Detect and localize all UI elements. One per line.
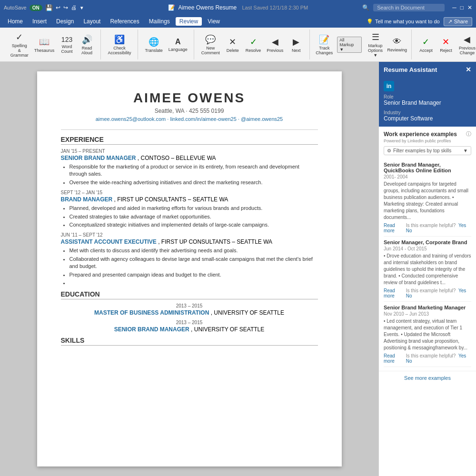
thesaurus-button[interactable]: 📖 Thesaurus bbox=[32, 35, 56, 54]
track-changes-button[interactable]: 📝 TrackChanges bbox=[315, 33, 334, 57]
autosave-toggle[interactable]: ON bbox=[30, 5, 42, 11]
main-area: AIMEE OWENS Seattle, WA · 425 555 0199 a… bbox=[0, 62, 476, 476]
previous-comment-button[interactable]: ◀ Previous bbox=[264, 35, 286, 54]
filter-label: Filter examples by top skills bbox=[393, 148, 451, 153]
tell-me[interactable]: 💡 Tell me what you want to do bbox=[367, 19, 440, 25]
title-bar: AutoSave ON 💾 ↩ ↪ 🖨 ▼ 📝 Aimee Owens Resu… bbox=[0, 0, 476, 15]
document-area[interactable]: AIMEE OWENS Seattle, WA · 425 555 0199 a… bbox=[0, 62, 378, 476]
ra-work-examples-title: Work experience examples bbox=[384, 131, 457, 138]
check-accessibility-button[interactable]: ♿ CheckAccessibility bbox=[106, 33, 134, 57]
job1-title-line: SENIOR BRAND MANAGER , CONTOSO – BELLEVU… bbox=[61, 155, 318, 161]
job3-bullet3: Prepared and presented campaign ideas an… bbox=[69, 271, 318, 278]
edu2-title: SENIOR BRAND MANAGER , UNIVERSITY OF SEA… bbox=[61, 326, 318, 333]
menu-insert[interactable]: Insert bbox=[29, 17, 50, 26]
ribbon-group-changes: ✓ Accept ✕ Reject ◀ PreviousChange ▶ Nex… bbox=[413, 30, 476, 60]
ra-example3-yes[interactable]: Yes bbox=[457, 353, 466, 358]
edu2-degree: SENIOR BRAND MANAGER bbox=[114, 326, 189, 333]
ra-example3-read-more[interactable]: Read more bbox=[384, 353, 406, 364]
translate-icon: 🌐 bbox=[149, 37, 159, 47]
resume-divider bbox=[61, 129, 318, 130]
ra-example1-read-more[interactable]: Read more bbox=[384, 223, 406, 233]
reviewing-button[interactable]: 👁 Reviewing bbox=[387, 35, 407, 54]
ribbon-group-comments: 💬 NewComment ✕ Delete ✓ Resolve ◀ Previo… bbox=[195, 30, 310, 60]
menu-review[interactable]: Review bbox=[176, 17, 202, 26]
close-icon[interactable]: ✕ bbox=[467, 4, 472, 11]
ra-example1-no[interactable]: No bbox=[406, 228, 412, 233]
ra-example3-helpful: Is this example helpful? Yes No bbox=[406, 353, 471, 364]
delete-comment-button[interactable]: ✕ Delete bbox=[223, 35, 242, 54]
menu-home[interactable]: Home bbox=[4, 17, 27, 26]
ra-role-value[interactable]: Senior Brand Manager bbox=[384, 99, 471, 106]
spelling-grammar-button[interactable]: ✓ Spelling &Grammar bbox=[8, 30, 31, 59]
ribbon-group-accessibility: ♿ CheckAccessibility bbox=[102, 30, 138, 60]
undo-icon[interactable]: ↩ bbox=[56, 4, 60, 11]
ribbon-group-tracking: 📝 TrackChanges All Markup ▼ ☰ MarkupOpti… bbox=[311, 30, 412, 60]
menu-view[interactable]: View bbox=[204, 17, 224, 26]
ra-example-1: Senior Brand Manager, QuickBooks Online … bbox=[384, 159, 471, 237]
job3-title-line: ASSISTANT ACCOUNT EXECUTIVE , FIRST UP C… bbox=[61, 238, 318, 245]
language-button[interactable]: A Language bbox=[166, 36, 190, 53]
accessibility-icon: ♿ bbox=[114, 34, 125, 45]
menu-mailings[interactable]: Mailings bbox=[145, 17, 174, 26]
ra-example1-helpful: Is this example helpful? Yes No bbox=[406, 223, 471, 233]
resolve-icon: ✓ bbox=[250, 37, 257, 47]
menu-design[interactable]: Design bbox=[52, 17, 78, 26]
ra-example2-read-more[interactable]: Read more bbox=[384, 288, 406, 298]
ra-example1-yes[interactable]: Yes bbox=[457, 223, 466, 228]
ra-info-icon[interactable]: ⓘ bbox=[466, 130, 471, 138]
new-comment-button[interactable]: 💬 NewComment bbox=[199, 33, 222, 57]
redo-icon[interactable]: ↪ bbox=[63, 4, 68, 11]
maximize-icon[interactable]: □ bbox=[460, 4, 464, 11]
ra-powered-by: Powered by LinkedIn public profiles bbox=[384, 139, 471, 143]
word-count-button[interactable]: 123 WordCount bbox=[58, 34, 77, 55]
ra-see-more-button[interactable]: See more examples bbox=[379, 371, 476, 385]
next-comment-button[interactable]: ▶ Next bbox=[287, 35, 306, 54]
menu-bar-right: 💡 Tell me what you want to do ↗ Share bbox=[367, 17, 472, 26]
ra-filter-dropdown[interactable]: ⚙ Filter examples by top skills ▼ bbox=[384, 146, 471, 155]
translate-button[interactable]: 🌐 Translate bbox=[143, 35, 165, 54]
search-input[interactable] bbox=[373, 4, 445, 11]
accept-button[interactable]: ✓ Accept bbox=[416, 35, 436, 54]
reject-button[interactable]: ✕ Reject bbox=[436, 35, 456, 54]
ra-example-3: Senior Brand Marketing Manager Nov 2010 … bbox=[384, 302, 471, 367]
ra-close-button[interactable]: ✕ bbox=[466, 66, 471, 73]
menu-references[interactable]: References bbox=[106, 17, 143, 26]
ra-title: Resume Assistant bbox=[384, 66, 437, 73]
ra-example1-footer: Read more Is this example helpful? Yes N… bbox=[384, 223, 471, 233]
ra-industry-value[interactable]: Computer Software bbox=[384, 115, 471, 122]
save-icon: 💾 bbox=[45, 4, 53, 11]
job2-title: BRAND MANAGER bbox=[61, 196, 113, 203]
menu-layout[interactable]: Layout bbox=[79, 17, 104, 26]
minimize-icon[interactable]: ─ bbox=[452, 4, 456, 11]
resolve-button[interactable]: ✓ Resolve bbox=[243, 35, 264, 54]
ra-example3-no[interactable]: No bbox=[406, 358, 412, 364]
edu1-school: , UNIVERSITY OF SEATTLE bbox=[211, 309, 284, 316]
ra-example2-footer: Read more Is this example helpful? Yes N… bbox=[384, 288, 471, 298]
share-icon: ↗ bbox=[448, 19, 452, 25]
ra-example3-date: Nov 2010 – Jun 2013 bbox=[384, 311, 471, 317]
all-markup-button[interactable]: All Markup ▼ bbox=[335, 35, 364, 54]
markup-options-button[interactable]: ☰ MarkupOptions ▼ bbox=[365, 30, 386, 59]
read-aloud-button[interactable]: 🔊 ReadAloud bbox=[78, 33, 97, 57]
share-button[interactable]: ↗ Share bbox=[444, 17, 472, 26]
previous-change-button[interactable]: ◀ PreviousChange bbox=[456, 33, 476, 57]
job1-bullets: Responsible for the marketing of a produ… bbox=[69, 163, 318, 186]
ribbon: ✓ Spelling &Grammar 📖 Thesaurus 123 Word… bbox=[0, 28, 476, 62]
search-icon: 🔍 bbox=[362, 4, 369, 11]
edu1-date: 2013 – 2015 bbox=[61, 303, 318, 308]
job3-bullet1: Met with clients to discuss and identify… bbox=[69, 247, 318, 254]
ra-example2-no[interactable]: No bbox=[406, 293, 412, 298]
ra-example1-text: Developed campaigns for targeted groups,… bbox=[384, 181, 471, 221]
accept-icon: ✓ bbox=[422, 37, 429, 47]
job3-bullets: Met with clients to discuss and identify… bbox=[69, 247, 318, 287]
job1-company: , CONTOSO – BELLEVUE WA bbox=[138, 155, 216, 161]
print-icon[interactable]: 🖨 bbox=[71, 4, 77, 11]
prev-change-icon: ◀ bbox=[464, 34, 470, 45]
job3-date: JUN '11 – SEPT '12 bbox=[61, 232, 318, 238]
ra-example2-yes[interactable]: Yes bbox=[457, 288, 466, 293]
ra-work-examples-section: Work experience examples ⓘ Powered by Li… bbox=[379, 127, 476, 371]
ra-industry-section: Industry Computer Software bbox=[379, 109, 476, 127]
more-icon[interactable]: ▼ bbox=[79, 5, 84, 10]
job3-bullet4 bbox=[69, 279, 318, 287]
menu-bar: Home Insert Design Layout References Mai… bbox=[0, 15, 476, 28]
